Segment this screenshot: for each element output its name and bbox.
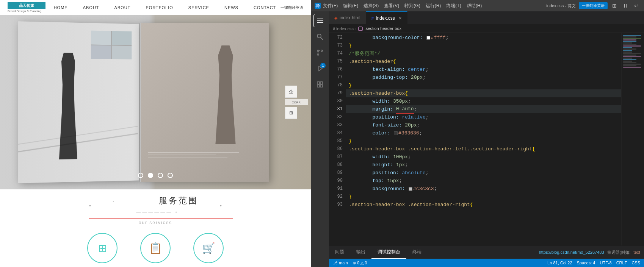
svg-rect-6 xyxy=(317,82,320,84)
nav-news[interactable]: NEWS xyxy=(224,5,238,10)
service-circle-1[interactable]: ⊞ xyxy=(87,233,118,263)
code-line-72: background-color: #ffff ; xyxy=(346,34,621,42)
slider-dot-1[interactable] xyxy=(138,173,143,178)
tab-html[interactable]: ◈ index.html xyxy=(329,11,366,24)
breadcrumb: # index.css › .section-header-box xyxy=(329,25,644,33)
website-preview: 品天传媒 Brand Design & Planning HOME ABOUT … xyxy=(0,0,311,267)
service-icons-row: ⊞ 📋 🛒 xyxy=(87,233,224,263)
magazine-fold xyxy=(139,23,141,182)
nav-service[interactable]: SERVICE xyxy=(188,5,209,10)
code-line-85: } xyxy=(346,137,621,145)
code-line-86: .section-header-box .section-header-left… xyxy=(346,145,621,153)
restore-icon[interactable]: ↩ xyxy=(633,3,640,9)
status-line-col[interactable]: Ln 81, Col 22 xyxy=(547,261,572,265)
slider-dot-4[interactable] xyxy=(168,173,173,178)
nav-portfolio[interactable]: PORTFOLIO xyxy=(146,5,173,10)
service-circle-3[interactable]: 🛒 xyxy=(193,233,224,263)
slider-dot-3[interactable] xyxy=(158,173,163,178)
menu-goto[interactable]: 转到(G) xyxy=(404,3,420,9)
panel-tab-debug[interactable]: 调试控制台 xyxy=(371,246,406,259)
underline-value: 0 auto xyxy=(396,105,414,114)
menu-select[interactable]: 选择(S) xyxy=(364,3,379,9)
nav-right-text: 一律翻译英语 xyxy=(280,5,303,10)
vscode-logo xyxy=(315,3,321,9)
svg-point-4 xyxy=(317,54,319,55)
tab-bar: ◈ index.html # index.css × xyxy=(329,11,644,25)
code-line-75: .section-header { xyxy=(346,58,621,66)
color-swatch-91 xyxy=(409,187,412,191)
code-line-89: position: absolute ; xyxy=(346,169,621,177)
menu-run[interactable]: 运行(R) xyxy=(426,3,441,9)
services-section: • 服务范围 • our services ⊞ 📋 🛒 xyxy=(0,189,311,267)
status-errors[interactable]: ⊗ 0 △ 0 xyxy=(353,261,367,265)
panel-tab-problems[interactable]: 问题 xyxy=(329,246,350,259)
nav-bar: 品天传媒 Brand Design & Planning HOME ABOUT … xyxy=(0,0,311,15)
activity-extensions[interactable] xyxy=(313,78,326,91)
slider-dot-2-active[interactable] xyxy=(148,173,153,178)
code-line-81: margin: 0 auto ; xyxy=(346,105,621,113)
menu-terminal[interactable]: 终端(T) xyxy=(446,3,461,9)
panel-link-csdn[interactable]: https://blog.csdn.net/m0_52267483 xyxy=(539,250,604,255)
vscode-panel: 文件(F) 编辑(E) 选择(S) 查看(V) 转到(G) 运行(R) 终端(T… xyxy=(311,0,644,267)
panel-status-text: 筛远器(例如: xyxy=(607,250,631,255)
activity-explorer[interactable] xyxy=(313,14,326,27)
red-underline xyxy=(89,218,233,219)
svg-rect-7 xyxy=(320,82,323,84)
activity-search[interactable] xyxy=(313,30,326,43)
nav-contact[interactable]: CONTACT xyxy=(254,5,276,10)
header-dot-right: • xyxy=(220,203,222,209)
minimize-icon[interactable]: ⏸ xyxy=(621,3,630,9)
editor-area: ◈ index.html # index.css × # index.css ›… xyxy=(329,11,644,267)
figure-silhouette-right xyxy=(212,45,239,144)
menu-help[interactable]: 帮助(H) xyxy=(467,3,482,9)
svg-rect-9 xyxy=(320,85,323,87)
svg-point-0 xyxy=(317,34,321,38)
svg-rect-10 xyxy=(359,27,362,31)
menu-edit[interactable]: 编辑(E) xyxy=(343,3,358,9)
status-branch[interactable]: ⎇ main xyxy=(333,261,348,265)
service-circle-2[interactable]: 📋 xyxy=(140,233,171,263)
layout-icon[interactable]: ⊞ xyxy=(611,3,618,9)
translate-button[interactable]: 一律翻译英语 xyxy=(579,2,608,9)
code-editor[interactable]: 72 73 74 75 76 77 78 79 80 81 82 83 84 8… xyxy=(329,33,621,245)
sidebar-icon-grid[interactable]: ⊞ xyxy=(285,107,297,119)
activity-git[interactable] xyxy=(313,46,326,59)
corp-label: CORP. xyxy=(285,99,308,105)
tab-css-active[interactable]: # index.css × xyxy=(366,11,407,24)
nav-about2[interactable]: ABOUT xyxy=(114,5,131,10)
menu-view[interactable]: 查看(V) xyxy=(384,3,399,9)
svg-point-3 xyxy=(321,50,323,52)
panel-tab-terminal[interactable]: 终端 xyxy=(406,246,428,259)
tab-css-label: index.css xyxy=(376,16,395,21)
menu-file[interactable]: 文件(F) xyxy=(323,3,338,9)
cart-icon: 🛒 xyxy=(202,242,215,255)
code-content: background-color: #ffff ; } /*服务范围*/ xyxy=(346,33,621,245)
bottom-panel: 问题 输出 调试控制台 终端 https://blog.csdn.net/m0_… xyxy=(329,245,644,259)
line-numbers: 72 73 74 75 76 77 78 79 80 81 82 83 84 8… xyxy=(329,33,346,245)
vscode-body: 1 ◈ index.html # in xyxy=(311,11,644,267)
status-line-ending[interactable]: CRLF xyxy=(616,261,627,265)
code-line-93: .section-header-box .section-header-righ… xyxy=(346,201,621,209)
title-filename: index.css - 博文 xyxy=(546,3,576,9)
nav-home[interactable]: HOME xyxy=(54,5,68,10)
vscode-title-right: index.css - 博文 一律翻译英语 ⊞ ⏸ ↩ xyxy=(546,2,640,9)
magazine-right-page xyxy=(140,23,269,182)
code-line-76: text-align: center ; xyxy=(346,66,621,73)
status-spaces[interactable]: Spaces: 4 xyxy=(577,261,595,265)
code-line-80: width: 350px ; xyxy=(346,97,621,105)
panel-tab-output[interactable]: 输出 xyxy=(350,246,371,259)
activity-debug[interactable]: 1 xyxy=(313,62,326,75)
code-line-90: top: 15px ; xyxy=(346,177,621,185)
slider-dots xyxy=(138,173,173,178)
html-icon: ◈ xyxy=(334,16,337,20)
nav-about1[interactable]: ABOUT xyxy=(83,5,99,10)
breadcrumb-selector[interactable]: .section-header-box xyxy=(358,26,401,31)
panel-text-keyword: text xyxy=(633,250,640,255)
status-encoding[interactable]: UTF-8 xyxy=(600,261,611,265)
status-language[interactable]: CSS xyxy=(631,261,640,265)
nav-logo: 品天传媒 Brand Design & Planning xyxy=(8,1,49,14)
tab-close-button[interactable]: × xyxy=(399,15,402,21)
sidebar-icon-corp[interactable]: 企 xyxy=(285,86,297,98)
code-line-91: background: #c3c3c3 ; xyxy=(346,185,621,193)
svg-line-1 xyxy=(321,37,323,40)
